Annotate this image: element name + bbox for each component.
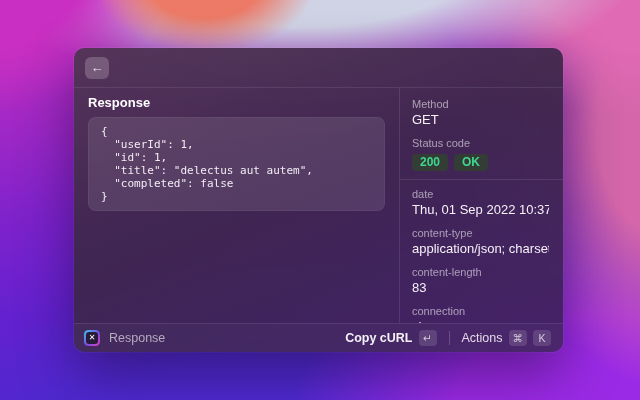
action-bar: ✕ Response Copy cURL ↵ Actions ⌘ K: [74, 323, 563, 352]
header-name: connection: [412, 305, 549, 318]
header-value: Thu, 01 Sep 2022 10:37:22 G…: [412, 201, 549, 218]
window-content: Response { "userId": 1, "id": 1, "title"…: [74, 88, 563, 323]
copy-curl-button[interactable]: Copy cURL ↵: [341, 328, 440, 348]
response-panel: Response { "userId": 1, "id": 1, "title"…: [74, 88, 399, 323]
status-badges: 200 OK: [412, 154, 549, 171]
k-key-badge: K: [533, 330, 551, 346]
section-divider: [400, 179, 563, 180]
actions-menu-button[interactable]: Actions ⌘ K: [458, 328, 556, 348]
desktop-wallpaper: ← Response { "userId": 1, "id": 1, "titl…: [0, 0, 640, 400]
footer-actions: Copy cURL ↵ Actions ⌘ K: [341, 328, 555, 348]
response-json-block[interactable]: { "userId": 1, "id": 1, "title": "delect…: [88, 117, 385, 211]
status-code-label: Status code: [412, 137, 549, 150]
extension-x-icon: ✕: [86, 332, 99, 345]
actions-label: Actions: [462, 331, 503, 345]
header-name: date: [412, 188, 549, 201]
header-name: content-type: [412, 227, 549, 240]
status-badge-code: 200: [412, 154, 448, 171]
header-row-connection: connection close: [412, 305, 549, 323]
header-value: application/json; charset=utf-8: [412, 240, 549, 257]
header-name: content-length: [412, 266, 549, 279]
metadata-panel: Method GET Status code 200 OK date Thu, …: [399, 88, 563, 323]
extension-icon: ✕: [84, 330, 100, 346]
raycast-window: ← Response { "userId": 1, "id": 1, "titl…: [74, 48, 563, 352]
header-value: 83: [412, 279, 549, 296]
cmd-key-icon: ⌘: [509, 330, 528, 346]
enter-key-icon: ↵: [419, 330, 437, 346]
footer-divider: [449, 331, 450, 345]
header-row-date: date Thu, 01 Sep 2022 10:37:22 G…: [412, 188, 549, 218]
copy-curl-label: Copy cURL: [345, 331, 412, 345]
method-label: Method: [412, 98, 549, 111]
window-header: ←: [74, 48, 563, 88]
header-row-content-type: content-type application/json; charset=u…: [412, 227, 549, 257]
back-button[interactable]: ←: [85, 57, 109, 79]
response-panel-title: Response: [88, 96, 385, 110]
footer-context-label: Response: [109, 331, 165, 345]
back-arrow-icon: ←: [91, 61, 104, 74]
status-badge-text: OK: [454, 154, 488, 171]
header-row-content-length: content-length 83: [412, 266, 549, 296]
method-value: GET: [412, 111, 549, 128]
